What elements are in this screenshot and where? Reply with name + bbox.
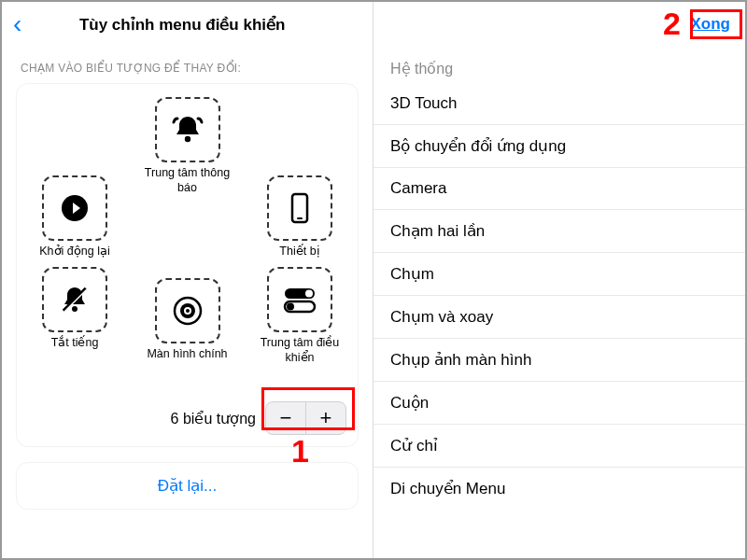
device-icon bbox=[281, 189, 318, 227]
icon-grid-card: Trung tâm thông báo Khởi động lại bbox=[17, 84, 358, 446]
home-ring-icon bbox=[169, 292, 206, 329]
svg-rect-4 bbox=[297, 217, 303, 219]
reset-button[interactable]: Đặt lại... bbox=[17, 463, 358, 509]
slot-home[interactable]: Màn hình chính bbox=[141, 278, 234, 362]
mute-bell-icon bbox=[56, 281, 93, 318]
action-list: 3D Touch Bộ chuyển đổi ứng dụng Camera C… bbox=[374, 83, 745, 510]
svg-point-5 bbox=[72, 306, 78, 312]
list-item[interactable]: Di chuyển Menu bbox=[374, 468, 745, 510]
list-item[interactable]: 3D Touch bbox=[374, 83, 745, 125]
slot-notification-center[interactable]: Trung tâm thông báo bbox=[141, 97, 234, 195]
icon-count-stepper: − + bbox=[265, 401, 346, 435]
list-item[interactable]: Chạm hai lần bbox=[374, 210, 745, 253]
svg-point-0 bbox=[184, 136, 190, 142]
slot-label: Thiết bị bbox=[253, 245, 346, 259]
slot-label: Màn hình chính bbox=[141, 347, 234, 362]
stepper-plus-button[interactable]: + bbox=[306, 402, 345, 434]
instruction-label: CHẠM VÀO BIỂU TƯỢNG ĐỂ THAY ĐỔI: bbox=[2, 47, 373, 80]
slot-mute[interactable]: Tắt tiếng bbox=[28, 267, 121, 351]
list-item[interactable]: Cử chỉ bbox=[374, 425, 745, 468]
slot-label: Trung tâm điều khiển bbox=[253, 336, 346, 365]
toggles-icon bbox=[279, 281, 320, 318]
svg-point-15 bbox=[287, 303, 294, 311]
slot-device[interactable]: Thiết bị bbox=[253, 175, 346, 259]
done-button[interactable]: Xong bbox=[691, 15, 731, 34]
list-item[interactable]: Chụm bbox=[374, 253, 745, 296]
icon-count-label: 6 biểu tượng bbox=[171, 410, 256, 427]
list-item[interactable]: Camera bbox=[374, 168, 745, 210]
section-header: Hệ thống bbox=[374, 47, 745, 83]
slot-label: Khởi động lại bbox=[28, 245, 121, 259]
svg-point-11 bbox=[186, 309, 190, 313]
page-title: Tùy chỉnh menu điều khiển bbox=[3, 15, 361, 35]
list-item[interactable]: Cuộn bbox=[374, 382, 745, 425]
slot-control-center[interactable]: Trung tâm điều khiển bbox=[253, 267, 346, 365]
restart-icon bbox=[56, 189, 93, 227]
list-item[interactable]: Bộ chuyển đổi ứng dụng bbox=[374, 125, 745, 168]
slot-restart[interactable]: Khởi động lại bbox=[28, 175, 121, 259]
list-item[interactable]: Chụp ảnh màn hình bbox=[374, 339, 745, 382]
svg-point-13 bbox=[305, 290, 313, 298]
slot-label: Tắt tiếng bbox=[28, 336, 121, 351]
bell-icon bbox=[169, 111, 206, 148]
stepper-minus-button[interactable]: − bbox=[266, 402, 305, 434]
list-item[interactable]: Chụm và xoay bbox=[374, 296, 745, 339]
slot-label: Trung tâm thông báo bbox=[141, 166, 234, 195]
